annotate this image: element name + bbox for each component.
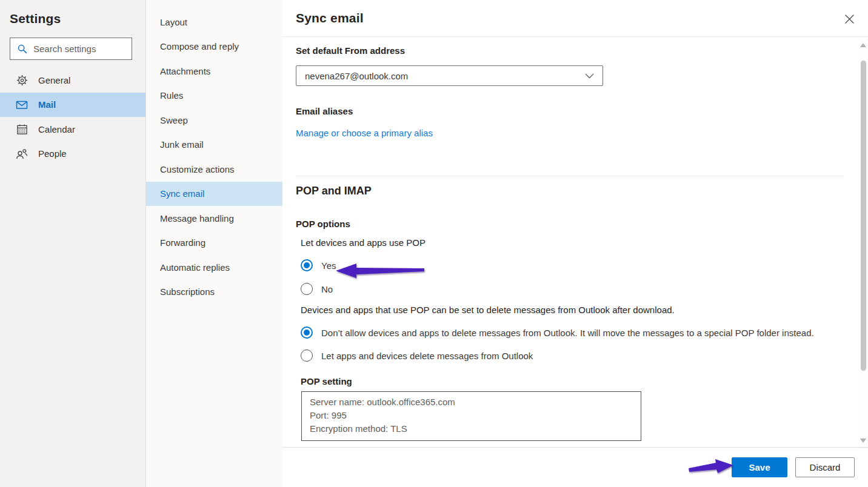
search-settings-box[interactable] [10,38,132,60]
category-item-attachments[interactable]: Attachments [146,59,282,84]
mail-settings-categories: Layout Compose and reply Attachments Rul… [146,0,282,487]
scrollbar-thumb[interactable] [861,61,866,371]
radio-option-yes[interactable]: Yes [301,259,844,271]
pop-delete-description: Devices and apps that use POP can be set… [301,305,844,315]
category-item-compose-and-reply[interactable]: Compose and reply [146,35,282,59]
sidebar-item-people[interactable]: People [0,142,145,167]
category-item-sweep[interactable]: Sweep [146,108,282,133]
close-button[interactable] [844,13,855,24]
sidebar-item-label: People [38,148,67,159]
mail-icon [16,99,28,111]
search-icon [17,44,28,55]
scrollbar[interactable] [860,39,867,447]
people-icon [16,148,28,160]
category-item-customize-actions[interactable]: Customize actions [146,157,282,182]
category-item-layout[interactable]: Layout [146,10,282,35]
category-item-junk-email[interactable]: Junk email [146,133,282,157]
close-icon [845,15,854,24]
category-item-subscriptions[interactable]: Subscriptions [146,280,282,305]
settings-title: Settings [10,12,145,26]
pop-options-label: POP options [296,219,844,229]
section-divider [296,176,844,176]
scroll-up-button[interactable] [860,43,866,47]
radio-option-dont-allow-delete[interactable]: Don’t allow devices and apps to delete m… [301,326,844,339]
sidebar-item-mail[interactable]: Mail [0,93,145,118]
pop-setting-label: POP setting [301,376,844,386]
sidebar-item-label: Calendar [38,124,75,134]
chevron-down-icon [585,73,594,79]
from-address-value: nevena267@outlook.com [305,71,408,81]
radio-option-no[interactable]: No [301,283,844,295]
category-item-sync-email[interactable]: Sync email [146,182,282,207]
radio-label: Yes [321,260,336,271]
save-button[interactable]: Save [732,457,787,477]
radio-label: Let apps and devices delete messages fro… [321,351,533,361]
use-pop-question: Let devices and apps use POP [301,237,844,248]
calendar-icon [16,123,28,135]
pop-imap-heading: POP and IMAP [296,185,844,197]
from-address-label: Set default From address [296,45,844,56]
sidebar-item-calendar[interactable]: Calendar [0,117,145,142]
panel-body: Set default From address nevena267@outlo… [282,38,858,447]
pop-encryption-method: Encryption method: TLS [310,422,633,436]
category-item-forwarding[interactable]: Forwarding [146,231,282,256]
manage-alias-link[interactable]: Manage or choose a primary alias [296,128,433,138]
discard-button[interactable]: Discard [795,457,855,477]
page-title: Sync email [282,0,868,25]
radio-let-delete[interactable] [301,350,313,362]
sidebar-item-label: General [38,75,70,85]
radio-yes[interactable] [301,259,313,271]
radio-label: No [321,284,333,294]
panel-header: Sync email [282,0,868,37]
scroll-down-button[interactable] [860,439,866,443]
pop-server-name: Server name: outlook.office365.com [310,396,633,409]
search-input[interactable] [33,44,127,54]
category-item-message-handling[interactable]: Message handling [146,206,282,231]
category-item-automatic-replies[interactable]: Automatic replies [146,255,282,280]
email-aliases-label: Email aliases [296,106,844,116]
radio-label: Don’t allow devices and apps to delete m… [321,328,814,338]
gear-icon [16,74,28,86]
sidebar-nav: General Mail [0,68,145,166]
from-address-dropdown[interactable]: nevena267@outlook.com [296,65,603,86]
sidebar-item-label: Mail [38,99,56,110]
radio-option-let-delete[interactable]: Let apps and devices delete messages fro… [301,350,844,362]
radio-no[interactable] [301,283,313,295]
pop-setting-box: Server name: outlook.office365.com Port:… [301,391,641,441]
sidebar-item-general[interactable]: General [0,68,145,93]
category-item-rules[interactable]: Rules [146,84,282,108]
panel-footer: Save Discard [282,447,868,487]
settings-dialog: Settings [0,0,868,487]
settings-sidebar: Settings [0,0,146,487]
radio-dont-allow-delete[interactable] [301,326,313,339]
pop-port: Port: 995 [310,409,633,422]
sync-email-panel: Sync email Set default From address neve… [282,0,868,487]
